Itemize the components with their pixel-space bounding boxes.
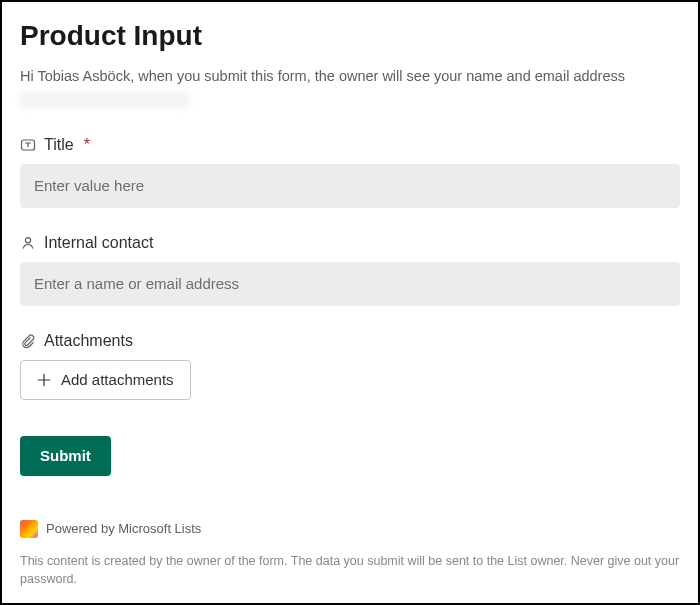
redacted-text — [20, 92, 190, 108]
text-field-icon — [20, 137, 36, 153]
field-title-label: Title * — [20, 136, 680, 154]
svg-point-1 — [25, 237, 30, 242]
field-title-label-text: Title — [44, 136, 74, 154]
submit-button[interactable]: Submit — [20, 436, 111, 476]
person-icon — [20, 235, 36, 251]
required-marker: * — [84, 136, 90, 154]
add-attachments-button[interactable]: Add attachments — [20, 360, 191, 400]
internal-contact-input[interactable] — [20, 262, 680, 306]
powered-by: Powered by Microsoft Lists — [20, 520, 680, 538]
field-title: Title * — [20, 136, 680, 208]
title-input[interactable] — [20, 164, 680, 208]
intro-text: Hi Tobias Asböck, when you submit this f… — [20, 66, 680, 88]
microsoft-lists-icon — [20, 520, 38, 538]
add-attachments-label: Add attachments — [61, 371, 174, 388]
disclaimer-text: This content is created by the owner of … — [20, 552, 680, 588]
paperclip-icon — [20, 333, 36, 349]
footer: Powered by Microsoft Lists This content … — [20, 520, 680, 588]
field-internal-contact-label: Internal contact — [20, 234, 680, 252]
field-attachments-label: Attachments — [20, 332, 680, 350]
field-internal-contact: Internal contact — [20, 234, 680, 306]
page-title: Product Input — [20, 20, 680, 52]
plus-icon — [37, 373, 51, 387]
field-attachments-label-text: Attachments — [44, 332, 133, 350]
powered-by-text: Powered by Microsoft Lists — [46, 521, 201, 536]
field-internal-contact-label-text: Internal contact — [44, 234, 153, 252]
field-attachments: Attachments Add attachments — [20, 332, 680, 400]
